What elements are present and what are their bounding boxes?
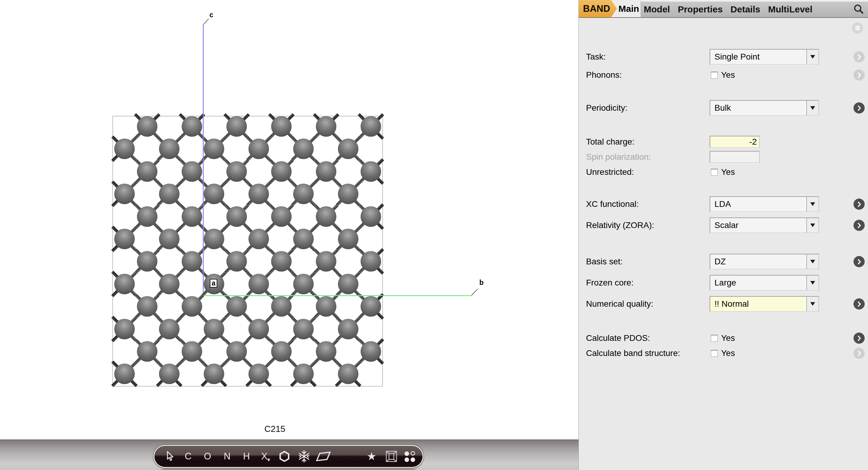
carbon-atom[interactable] xyxy=(338,184,359,204)
carbon-atom[interactable] xyxy=(293,229,314,249)
chevron-down-icon[interactable] xyxy=(806,50,818,64)
frozen-core-select[interactable]: Large xyxy=(710,275,819,291)
task-select[interactable]: Single Point xyxy=(710,49,819,65)
element-oxygen-button[interactable]: O xyxy=(204,446,211,467)
carbon-atom[interactable] xyxy=(248,319,269,339)
favorites-tool-icon[interactable]: ★ xyxy=(367,446,377,467)
carbon-atom[interactable] xyxy=(159,363,180,384)
phonons-checkbox[interactable] xyxy=(711,72,718,79)
carbon-atom[interactable] xyxy=(114,229,135,249)
carbon-atom[interactable] xyxy=(316,206,336,227)
carbon-atom[interactable] xyxy=(137,161,157,182)
carbon-atom[interactable] xyxy=(293,139,314,159)
numerical-quality-detail-chevron-icon[interactable] xyxy=(854,298,865,310)
tab-multilevel[interactable]: MultiLevel xyxy=(768,4,812,14)
carbon-atom[interactable] xyxy=(316,296,336,317)
freeze-tool-icon[interactable] xyxy=(298,446,310,467)
carbon-atom[interactable] xyxy=(248,229,269,249)
carbon-atom[interactable] xyxy=(182,206,202,227)
carbon-atom[interactable] xyxy=(361,341,381,362)
carbon-atom[interactable] xyxy=(271,116,292,137)
chevron-down-icon[interactable] xyxy=(806,101,818,115)
carbon-atom[interactable] xyxy=(248,184,269,204)
ring-tool-icon[interactable] xyxy=(279,446,290,467)
carbon-atom[interactable] xyxy=(182,161,202,182)
carbon-atom[interactable] xyxy=(361,296,381,317)
chevron-down-icon[interactable] xyxy=(806,197,818,211)
carbon-atom[interactable] xyxy=(338,319,359,339)
carbon-atom[interactable] xyxy=(316,116,336,137)
carbon-atom[interactable] xyxy=(271,161,292,182)
carbon-atom[interactable] xyxy=(204,139,224,159)
carbon-atom[interactable] xyxy=(114,319,135,339)
carbon-atom[interactable] xyxy=(293,184,314,204)
chevron-down-icon[interactable] xyxy=(806,254,818,269)
carbon-atom[interactable] xyxy=(361,116,381,137)
molecule-viewer[interactable]: c a b C215 CONHX▼★ xyxy=(0,0,579,470)
carbon-atom[interactable] xyxy=(226,296,247,317)
relativity-zora-select[interactable]: Scalar xyxy=(710,217,819,233)
carbon-atom[interactable] xyxy=(114,139,135,159)
carbon-atom[interactable] xyxy=(159,274,180,294)
periodicity-detail-chevron-icon[interactable] xyxy=(854,102,865,114)
carbon-atom[interactable] xyxy=(248,274,269,294)
carbon-atom[interactable] xyxy=(137,251,157,272)
carbon-atom[interactable] xyxy=(271,341,292,362)
tab-model[interactable]: Model xyxy=(644,4,670,14)
element-carbon-button[interactable]: C xyxy=(185,446,192,467)
carbon-atom[interactable] xyxy=(316,161,336,182)
carbon-atom[interactable] xyxy=(137,296,157,317)
carbon-atom[interactable] xyxy=(248,139,269,159)
carbon-atom[interactable] xyxy=(159,319,180,339)
unit-cell-tool-icon[interactable] xyxy=(385,446,397,467)
carbon-atom[interactable] xyxy=(182,296,202,317)
carbon-atom[interactable] xyxy=(226,161,247,182)
search-icon[interactable] xyxy=(853,4,864,14)
carbon-atom[interactable] xyxy=(293,319,314,339)
carbon-atom[interactable] xyxy=(248,363,269,384)
carbon-atom[interactable] xyxy=(159,139,180,159)
carbon-atom[interactable] xyxy=(271,251,292,272)
carbon-atom[interactable] xyxy=(316,341,336,362)
carbon-atom[interactable] xyxy=(137,206,157,227)
carbon-atom[interactable] xyxy=(159,184,180,204)
periodicity-select[interactable]: Bulk xyxy=(710,100,819,116)
carbon-atom[interactable] xyxy=(114,274,135,294)
carbon-atom[interactable] xyxy=(137,116,157,137)
carbon-atom[interactable] xyxy=(361,251,381,272)
calculate-pdos-checkbox[interactable] xyxy=(711,335,718,342)
carbon-atom[interactable] xyxy=(137,341,157,362)
carbon-atom[interactable] xyxy=(226,251,247,272)
element-hydrogen-button[interactable]: H xyxy=(243,446,250,467)
panel-menu-icon[interactable] xyxy=(852,22,863,34)
carbon-atom[interactable] xyxy=(204,229,224,249)
carbon-atom[interactable] xyxy=(226,116,247,137)
tab-details[interactable]: Details xyxy=(731,4,760,14)
carbon-atom[interactable] xyxy=(226,206,247,227)
carbon-atom[interactable] xyxy=(293,363,314,384)
carbon-atom[interactable] xyxy=(114,184,135,204)
carbon-atom[interactable] xyxy=(226,341,247,362)
tab-properties[interactable]: Properties xyxy=(678,4,723,14)
carbon-atom[interactable] xyxy=(159,229,180,249)
carbon-atom[interactable] xyxy=(182,341,202,362)
carbon-atom[interactable] xyxy=(293,274,314,294)
spin-polarization-input[interactable] xyxy=(710,151,760,163)
unrestricted-checkbox[interactable] xyxy=(711,169,718,176)
pointer-tool-icon[interactable] xyxy=(164,446,175,467)
tab-main[interactable]: Main xyxy=(617,0,641,17)
carbon-atom[interactable] xyxy=(182,251,202,272)
element-nitrogen-button[interactable]: N xyxy=(224,446,230,467)
carbon-atom[interactable] xyxy=(338,274,359,294)
carbon-atom[interactable] xyxy=(271,206,292,227)
chevron-down-icon[interactable] xyxy=(806,218,818,233)
xc-functional-select[interactable]: LDA xyxy=(710,196,819,212)
carbon-atom[interactable] xyxy=(204,184,224,204)
carbon-atom[interactable] xyxy=(338,363,359,384)
chevron-down-icon[interactable] xyxy=(806,297,818,311)
basis-set-select[interactable]: DZ xyxy=(710,254,819,269)
carbon-atom[interactable] xyxy=(204,363,224,384)
lattice-tool-icon[interactable] xyxy=(316,446,331,467)
chevron-down-icon[interactable] xyxy=(806,275,818,290)
element-picker-button[interactable]: X▼ xyxy=(261,446,268,467)
